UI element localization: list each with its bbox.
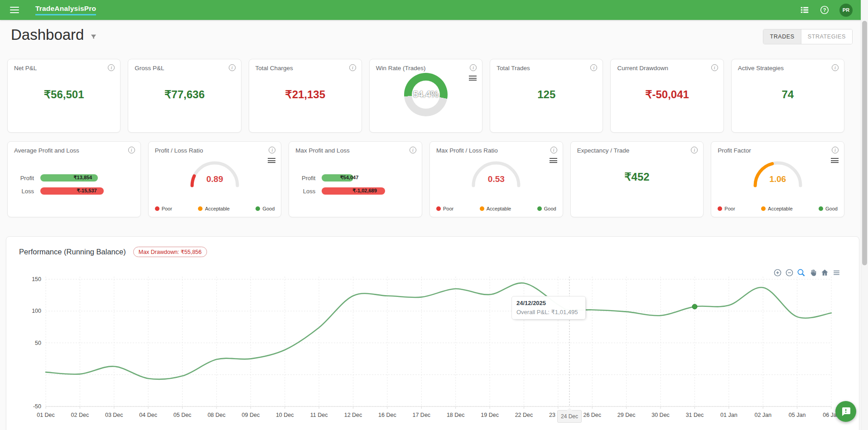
svg-text:01 Jan: 01 Jan xyxy=(720,412,738,418)
chart-menu-icon[interactable] xyxy=(832,268,841,277)
info-icon[interactable]: i xyxy=(108,64,115,71)
svg-text:11 Dec: 11 Dec xyxy=(310,412,328,418)
pnl-bars: Profit₹13,854Loss₹-15,537 xyxy=(14,174,134,201)
card-net-pnl: Net P&L i ₹56,501 xyxy=(7,59,121,133)
info-icon[interactable]: i xyxy=(128,147,135,153)
help-icon[interactable]: ? xyxy=(820,5,829,15)
win-rate-donut: 54.4% xyxy=(404,73,448,116)
kpi-value: ₹77,636 xyxy=(128,88,241,101)
chart-toolbar xyxy=(773,268,841,277)
svg-text:22 Dec: 22 Dec xyxy=(515,412,533,418)
kpi-value: ₹452 xyxy=(571,171,704,183)
chart-tooltip: 24/12/2025 Overall P&L: ₹1,01,495 xyxy=(511,296,586,320)
svg-text:100: 100 xyxy=(32,308,41,314)
pnl-bar[interactable]: ₹54,047 xyxy=(322,174,353,182)
user-avatar[interactable]: PR xyxy=(839,4,853,17)
info-icon[interactable]: i xyxy=(229,64,236,71)
chart-menu-icon[interactable] xyxy=(469,76,477,81)
performance-line-chart[interactable]: 01 Dec02 Dec03 Dec04 Dec05 Dec08 Dec09 D… xyxy=(6,237,860,430)
page-scrollbar xyxy=(861,0,868,430)
chart-menu-icon[interactable] xyxy=(831,158,839,163)
list-view-icon[interactable] xyxy=(800,5,810,15)
svg-text:19 Dec: 19 Dec xyxy=(481,412,499,418)
svg-text:-50: -50 xyxy=(33,403,41,410)
chart-menu-icon[interactable] xyxy=(268,158,275,163)
legend-item[interactable]: Acceptable xyxy=(198,206,229,211)
kpi-row: Net P&L i ₹56,501 Gross P&L i ₹77,636 To… xyxy=(7,59,844,133)
card-title: Gross P&L xyxy=(135,65,164,72)
tooltip-date: 24/12/2025 xyxy=(516,300,581,306)
bar-label: Loss xyxy=(295,188,315,195)
bar-label: Loss xyxy=(14,188,34,195)
svg-text:16 Dec: 16 Dec xyxy=(378,412,396,418)
app-brand[interactable]: TradeAnalysisPro xyxy=(35,5,96,15)
info-icon[interactable]: i xyxy=(711,64,718,71)
info-icon[interactable]: i xyxy=(349,64,356,71)
pnl-bar[interactable]: ₹-1,02,689 xyxy=(322,187,385,195)
info-icon[interactable]: i xyxy=(410,147,416,153)
info-icon[interactable]: i xyxy=(691,147,698,153)
zoom-out-icon[interactable] xyxy=(785,268,794,277)
gauge-legend: PoorAcceptableGood xyxy=(718,206,838,211)
card-title: Win Rate (Trades) xyxy=(376,65,426,72)
svg-text:17 Dec: 17 Dec xyxy=(412,412,430,418)
info-icon[interactable]: i xyxy=(470,64,477,71)
tooltip-value: Overall P&L: ₹1,01,495 xyxy=(516,309,581,315)
bar-value: ₹-15,537 xyxy=(77,188,96,194)
legend-dot xyxy=(537,206,542,211)
legend-item[interactable]: Good xyxy=(819,206,838,211)
legend-dot xyxy=(436,206,441,211)
ratio-gauge: 0.53 xyxy=(467,157,526,189)
legend-item[interactable]: Acceptable xyxy=(761,206,792,211)
info-icon[interactable]: i xyxy=(269,147,275,153)
card-title: Total Charges xyxy=(256,65,293,72)
svg-text:150: 150 xyxy=(32,276,41,282)
card-current-drawdown: Current Drawdown i ₹-50,041 xyxy=(610,59,723,133)
bar-value: ₹13,854 xyxy=(74,175,92,181)
card-profit-loss-ratio: Profit / Loss Ratio i 0.89 PoorAcceptabl… xyxy=(148,141,282,217)
svg-text:04 Dec: 04 Dec xyxy=(139,412,157,418)
page-title: Dashboard xyxy=(11,26,84,43)
legend-dot xyxy=(480,206,484,211)
chat-bubble-icon xyxy=(840,406,851,417)
bar-value: ₹54,047 xyxy=(340,175,359,181)
top-navbar: TradeAnalysisPro ? PR xyxy=(0,0,868,20)
tab-trades[interactable]: TRADES xyxy=(763,29,801,44)
chat-fab-button[interactable] xyxy=(835,401,856,422)
pnl-bar[interactable]: ₹13,854 xyxy=(40,174,98,182)
legend-item[interactable]: Acceptable xyxy=(480,206,511,211)
hamburger-menu-icon[interactable] xyxy=(10,7,19,13)
legend-item[interactable]: Poor xyxy=(718,206,735,211)
legend-item[interactable]: Good xyxy=(537,206,556,211)
card-title: Max Profit and Loss xyxy=(295,147,349,154)
kpi-value: 74 xyxy=(732,88,844,101)
performance-chart-card: Performance (Running Balance) Max Drawdo… xyxy=(6,236,859,430)
info-icon[interactable]: i xyxy=(550,147,557,153)
gauge-legend: PoorAcceptableGood xyxy=(155,206,275,211)
tab-strategies[interactable]: STRATEGIES xyxy=(801,29,852,44)
svg-text:26 Dec: 26 Dec xyxy=(583,412,601,418)
bar-label: Profit xyxy=(14,175,34,182)
filter-icon[interactable] xyxy=(90,33,97,40)
card-expectancy: Expectancy / Trade i ₹452 xyxy=(570,141,704,217)
pnl-bar[interactable]: ₹-15,537 xyxy=(40,187,104,195)
selection-zoom-icon[interactable] xyxy=(797,268,805,277)
card-title: Max Profit / Loss Ratio xyxy=(436,147,498,154)
info-icon[interactable]: i xyxy=(590,64,597,71)
legend-item[interactable]: Poor xyxy=(155,206,172,211)
legend-item[interactable]: Poor xyxy=(436,206,453,211)
chart-menu-icon[interactable] xyxy=(550,158,557,163)
gauge-value: 0.89 xyxy=(185,174,244,184)
card-average-pnl: Average Profit and Loss i Profit₹13,854L… xyxy=(7,141,141,217)
info-icon[interactable]: i xyxy=(832,147,839,153)
home-reset-icon[interactable] xyxy=(820,268,829,277)
zoom-in-icon[interactable] xyxy=(773,268,782,277)
card-title: Current Drawdown xyxy=(617,65,668,72)
legend-dot xyxy=(761,206,766,211)
info-icon[interactable]: i xyxy=(832,64,839,71)
card-title: Profit / Loss Ratio xyxy=(155,147,203,154)
scrollbar-thumb[interactable] xyxy=(862,21,867,265)
legend-item[interactable]: Good xyxy=(256,206,275,211)
pan-icon[interactable] xyxy=(809,268,817,277)
svg-text:08 Dec: 08 Dec xyxy=(207,412,226,418)
